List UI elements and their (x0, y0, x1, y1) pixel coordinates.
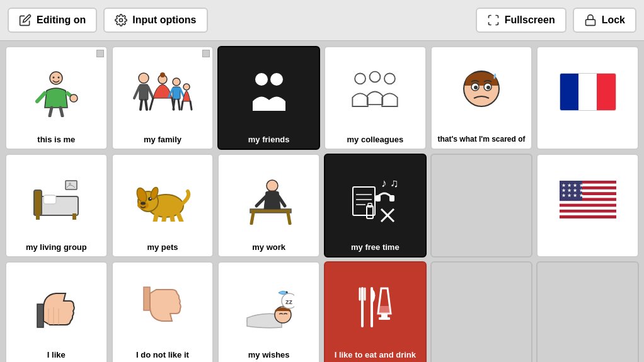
card-label: I do not like it (136, 350, 189, 360)
svg-line-24 (173, 99, 175, 110)
card-my-work[interactable]: my work (217, 154, 320, 257)
svg-point-52 (148, 197, 152, 201)
card-label: I like to eat and drink (335, 350, 416, 360)
card-icon (117, 51, 209, 132)
card-my-family[interactable]: my family (112, 46, 214, 150)
svg-point-43 (69, 183, 71, 185)
card-icon (10, 159, 103, 240)
svg-rect-44 (36, 213, 40, 220)
card-my-friends[interactable]: my friends (217, 46, 320, 150)
svg-text:zz: zz (285, 298, 293, 305)
card-my-free-time[interactable]: ♪ ♫ my free time (324, 154, 427, 257)
svg-rect-69 (353, 187, 375, 215)
card-label: my pets (147, 242, 178, 252)
pencil-icon (19, 14, 32, 26)
svg-point-32 (370, 72, 381, 82)
card-i-like[interactable]: I like (5, 261, 108, 362)
lock-button[interactable]: Lock (573, 8, 636, 33)
svg-point-17 (160, 72, 165, 77)
svg-rect-73 (367, 206, 373, 218)
svg-rect-11 (139, 84, 148, 100)
card-my-living-group[interactable]: my living group (5, 154, 108, 257)
fullscreen-icon (487, 14, 500, 26)
svg-point-53 (150, 198, 151, 199)
svg-point-20 (173, 78, 180, 86)
svg-rect-1 (585, 20, 595, 25)
input-options-button[interactable]: Input options (103, 8, 207, 33)
card-do-not-like[interactable]: I do not like it (112, 261, 214, 362)
card-empty-r3c6 (536, 261, 639, 362)
card-this-is-me[interactable]: this is me (5, 46, 108, 150)
card-icon (435, 159, 528, 240)
svg-rect-86 (560, 210, 616, 213)
card-icon: zz (222, 266, 315, 348)
svg-rect-85 (560, 206, 616, 210)
svg-line-3 (37, 93, 45, 101)
toolbar: Editing on Input options Fullscreen Lock (0, 0, 644, 41)
svg-line-15 (146, 100, 147, 110)
svg-line-12 (134, 87, 139, 98)
svg-rect-58 (250, 209, 291, 213)
svg-rect-40 (34, 190, 42, 215)
card-icon (10, 51, 103, 132)
card-icon (329, 51, 422, 132)
card-france[interactable] (536, 46, 639, 150)
card-icon (222, 159, 315, 240)
svg-line-14 (141, 100, 142, 110)
svg-rect-67 (376, 195, 381, 201)
card-scared-of[interactable]: that's what I'm scared of (430, 46, 533, 150)
svg-rect-45 (72, 213, 76, 220)
svg-point-100 (285, 291, 287, 293)
svg-point-6 (53, 76, 55, 78)
svg-line-60 (288, 213, 290, 223)
card-icon (541, 266, 634, 348)
svg-rect-21 (173, 87, 180, 99)
card-eat-drink[interactable]: I like to eat and drink (324, 261, 427, 362)
svg-line-9 (60, 108, 62, 116)
svg-rect-88 (560, 215, 616, 218)
svg-line-23 (180, 89, 184, 97)
svg-point-7 (58, 76, 60, 78)
svg-line-28 (190, 101, 192, 110)
card-grid: this is me (0, 41, 644, 362)
card-label: this is me (37, 135, 75, 145)
svg-point-38 (486, 86, 490, 89)
card-empty-r2c5 (430, 154, 533, 257)
editing-button[interactable]: Editing on (8, 8, 97, 33)
card-icon (117, 159, 209, 240)
svg-rect-107 (379, 317, 390, 320)
card-my-pets[interactable]: my pets (112, 154, 214, 257)
input-options-label: Input options (132, 14, 196, 26)
card-icon (222, 51, 315, 132)
svg-rect-83 (560, 201, 616, 204)
svg-rect-106 (381, 314, 388, 317)
card-label: I like (47, 350, 66, 360)
toolbar-right: Fullscreen Lock (476, 8, 636, 33)
card-my-wishes[interactable]: zz my wishes (217, 261, 320, 362)
badge (202, 50, 210, 57)
card-label: my friends (248, 135, 290, 145)
svg-line-57 (178, 214, 181, 222)
svg-point-51 (141, 201, 146, 205)
card-icon (435, 266, 528, 348)
card-usa[interactable]: ★ ★ ★ ★ ★ ★ ★ ★ ★ ★ ★ ★ (536, 154, 639, 257)
svg-text:♪ ♫: ♪ ♫ (381, 177, 399, 189)
svg-point-61 (267, 180, 278, 191)
svg-point-5 (70, 94, 78, 102)
card-icon (435, 51, 528, 132)
svg-point-0 (120, 19, 123, 22)
card-label: my living group (26, 242, 87, 252)
svg-line-54 (154, 215, 156, 222)
svg-rect-68 (389, 195, 394, 201)
svg-point-37 (474, 86, 478, 89)
svg-line-13 (148, 87, 153, 98)
card-label: my colleagues (347, 135, 404, 145)
card-icon (329, 266, 422, 348)
svg-text:★ ★ ★ ★: ★ ★ ★ ★ (561, 193, 584, 198)
card-my-colleagues[interactable]: my colleagues (324, 46, 427, 150)
card-icon (541, 51, 634, 132)
svg-point-30 (270, 73, 283, 86)
svg-line-25 (178, 99, 180, 110)
fullscreen-button[interactable]: Fullscreen (476, 8, 566, 33)
card-icon: ★ ★ ★ ★ ★ ★ ★ ★ ★ ★ ★ ★ (541, 159, 634, 240)
